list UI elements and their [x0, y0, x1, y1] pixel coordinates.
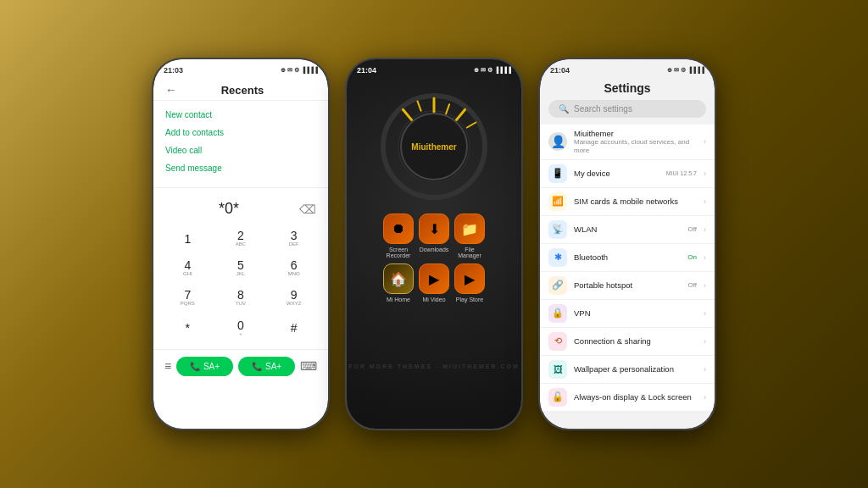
phone-icon-2: 📞 — [252, 362, 262, 371]
key-0[interactable]: 0+ — [215, 314, 267, 342]
app-screen-recorder[interactable]: ⏺ ScreenRecorder — [383, 214, 414, 258]
miuithemer-text: Miuithemer Manage accounts, cloud servic… — [574, 129, 697, 155]
vpn-icon: 🔒 — [548, 304, 567, 323]
app-downloads[interactable]: ⬇ Downloads — [419, 214, 449, 258]
connection-text: Connection & sharing — [574, 336, 697, 346]
file-manager-icon: 📁 — [454, 214, 485, 244]
settings-title: Settings — [540, 78, 715, 100]
dial-app-name: Miuithemer — [411, 142, 456, 152]
key-7[interactable]: 7PQRS — [162, 284, 214, 312]
chevron-icon-7: › — [704, 309, 706, 318]
key-9[interactable]: 9WXYZ — [268, 284, 320, 312]
option-send-message[interactable]: Send message — [165, 159, 316, 177]
app-mi-home[interactable]: 🏠 Mi Home — [383, 263, 414, 302]
settings-item-hotspot[interactable]: 🔗 Portable hotspot Off › — [540, 272, 715, 300]
search-bar[interactable]: 🔍 Search settings — [548, 100, 706, 118]
divider-1 — [153, 187, 328, 188]
recents-title: Recents — [186, 84, 299, 97]
delete-icon[interactable]: ⌫ — [299, 202, 316, 216]
play-store-label: Play Store — [456, 297, 483, 302]
hotspot-icon: 🔗 — [548, 276, 567, 295]
screen-recorder-icon: ⏺ — [383, 214, 414, 244]
key-hash[interactable]: # — [268, 314, 320, 342]
status-icons-2: ⊕ ✉ ⚙ ▐▐▐▐ — [474, 67, 511, 74]
call-button-2[interactable]: 📞 SA+ — [238, 357, 295, 376]
vpn-text: VPN — [574, 308, 697, 318]
phone-dialer: 21:03 ⊕ ✉ ⚙ ▐▐▐▐ ← Recents New contact A… — [152, 58, 330, 430]
always-on-text: Always-on display & Lock screen — [574, 392, 697, 402]
wlan-text: WLAN — [574, 225, 681, 234]
app-play-store[interactable]: ▶ Play Store — [454, 263, 485, 302]
chevron-icon-10: › — [704, 393, 706, 402]
dialer-screen: 21:03 ⊕ ✉ ⚙ ▐▐▐▐ ← Recents New contact A… — [153, 59, 328, 429]
miui-version: MIUI 12.5.7 — [666, 170, 697, 176]
svg-line-8 — [446, 104, 449, 114]
settings-item-vpn[interactable]: 🔒 VPN › — [540, 300, 715, 328]
mi-video-icon: ▶ — [419, 263, 449, 294]
settings-item-wallpaper[interactable]: 🖼 Wallpaper & personalization › — [540, 356, 715, 384]
downloads-label: Downloads — [420, 247, 449, 252]
wlan-icon: 📡 — [548, 220, 567, 239]
always-on-title: Always-on display & Lock screen — [574, 392, 697, 402]
bluetooth-status: On — [687, 253, 697, 261]
always-on-icon: 🔓 — [548, 388, 567, 407]
settings-item-always-on[interactable]: 🔓 Always-on display & Lock screen › — [540, 384, 715, 412]
svg-line-6 — [467, 123, 476, 128]
chevron-icon-5: › — [704, 253, 706, 262]
chevron-icon-4: › — [704, 225, 706, 234]
sim-text: SIM cards & mobile networks — [574, 197, 697, 206]
wlan-title: WLAN — [574, 225, 681, 234]
call-button-1[interactable]: 📞 SA+ — [176, 357, 233, 376]
app-file-manager[interactable]: 📁 FileManager — [454, 214, 485, 258]
key-8[interactable]: 8TUV — [215, 284, 267, 312]
back-icon[interactable]: ← — [165, 83, 177, 97]
phone-launcher: 21:04 ⊕ ✉ ⚙ ▐▐▐▐ — [345, 58, 523, 430]
app-grid-row1: ⏺ ScreenRecorder ⬇ Downloads 📁 FileManag… — [370, 214, 498, 258]
dialer-header: ← Recents — [153, 78, 328, 101]
settings-item-sim[interactable]: 📶 SIM cards & mobile networks › — [540, 188, 715, 216]
settings-item-connection[interactable]: ⟲ Connection & sharing › — [540, 328, 715, 356]
settings-item-bluetooth[interactable]: ✱ Bluetooth On › — [540, 244, 715, 272]
app-grid-row2: 🏠 Mi Home ▶ Mi Video ▶ Play Store — [370, 263, 498, 302]
keypad: 1 2ABC 3DEF 4GHI 5JKL 6MNO 7PQRS 8TUV 9W… — [153, 221, 328, 346]
settings-screen: 21:04 ⊕ ✉ ⚙ ▐▐▐▐ Settings 🔍 Search setti… — [540, 59, 715, 429]
status-icons-1: ⊕ ✉ ⚙ ▐▐▐▐ — [281, 67, 318, 74]
chevron-icon: › — [704, 137, 706, 146]
watermark: FOR MORE THEMES - MIUITHEMER.COM — [348, 363, 520, 369]
settings-item-my-device[interactable]: 📱 My device MIUI 12.5.7 › — [540, 160, 715, 188]
menu-icon[interactable]: ≡ — [164, 359, 171, 373]
settings-item-miuithemer[interactable]: 👤 Miuithemer Manage accounts, cloud serv… — [540, 125, 715, 160]
app-mi-video[interactable]: ▶ Mi Video — [419, 263, 449, 302]
svg-line-5 — [456, 109, 465, 119]
file-manager-label: FileManager — [458, 247, 481, 258]
option-new-contact[interactable]: New contact — [165, 106, 316, 124]
miuithemer-title: Miuithemer — [574, 129, 697, 138]
dialer-options: New contact Add to contacts Video call S… — [153, 101, 328, 182]
key-2[interactable]: 2ABC — [215, 225, 267, 252]
chevron-icon-9: › — [704, 365, 706, 374]
key-4[interactable]: 4GHI — [162, 254, 214, 282]
dialer-number: *0* — [165, 200, 292, 218]
key-1[interactable]: 1 — [162, 225, 214, 252]
keypad-icon[interactable]: ⌨ — [300, 359, 317, 373]
option-video-call[interactable]: Video call — [165, 141, 316, 159]
connection-icon: ⟲ — [548, 332, 567, 351]
settings-item-wlan[interactable]: 📡 WLAN Off › — [540, 216, 715, 244]
mi-video-label: Mi Video — [422, 297, 445, 302]
key-6[interactable]: 6MNO — [268, 254, 320, 282]
bluetooth-icon: ✱ — [548, 248, 567, 267]
key-3[interactable]: 3DEF — [268, 225, 320, 252]
chevron-icon-3: › — [704, 197, 706, 206]
option-add-contact[interactable]: Add to contacts — [165, 124, 316, 141]
sim-icon: 📶 — [548, 192, 567, 211]
status-bar-2: 21:04 ⊕ ✉ ⚙ ▐▐▐▐ — [347, 59, 521, 78]
mi-home-icon: 🏠 — [383, 263, 414, 294]
status-bar-3: 21:04 ⊕ ✉ ⚙ ▐▐▐▐ — [540, 59, 715, 78]
my-device-icon: 📱 — [548, 164, 567, 183]
my-device-text: My device — [574, 169, 659, 178]
dial-inner: Miuithemer — [400, 113, 468, 180]
status-icons-3: ⊕ ✉ ⚙ ▐▐▐▐ — [667, 67, 704, 74]
key-5[interactable]: 5JKL — [215, 254, 267, 282]
key-star[interactable]: * — [162, 314, 214, 342]
search-placeholder: Search settings — [574, 104, 632, 114]
